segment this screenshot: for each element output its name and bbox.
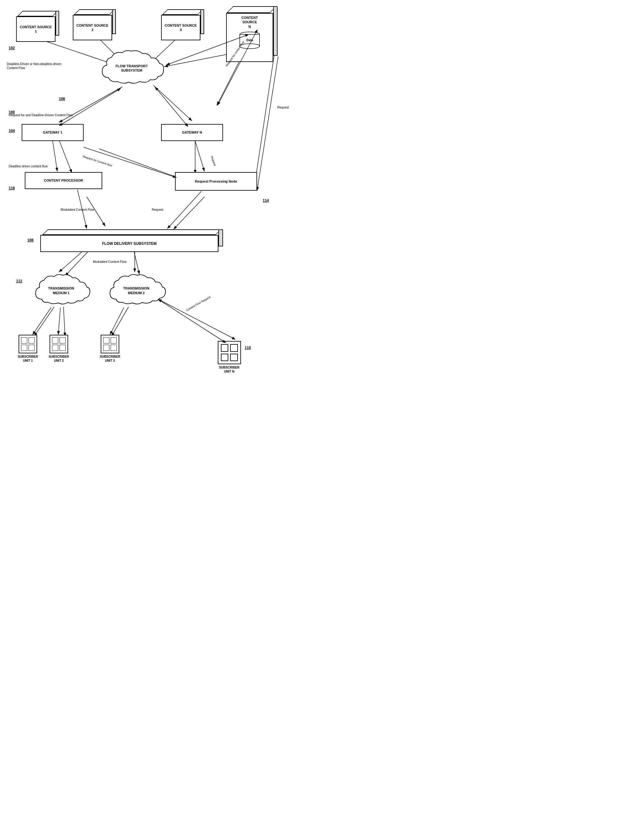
svg-line-39 [195,141,204,171]
request-label-right: Request [277,105,289,109]
request2-label: Request [152,208,163,212]
svg-line-17 [34,307,54,336]
svg-line-7 [153,85,192,121]
svg-line-34 [158,299,223,341]
suN-icon [218,341,241,364]
content-flow-request-label: Content Flow Request [173,288,224,319]
request-content-flow2-label: Request for Content flow [73,152,121,171]
transmission-medium-1: TRANSMISSIONMEDIUM 1 [31,273,91,308]
modulated1-label: Modulated Content Flow [43,208,112,212]
deadline-driven-label: Deadline driven content flow [9,164,71,168]
svg-line-19 [112,307,129,336]
diagram: 100 102 CONTENT SOURCE1 CONTENT SOURCE2 … [0,0,322,409]
su1-label: SUBSCRIBERUNIT 1 [17,355,39,363]
fts-label: FLOW TRANSPORTSUBSYSTEM [115,64,148,73]
svg-line-15 [65,248,91,276]
rpn-box: Request Processing Node [175,172,257,191]
svg-line-36 [62,88,121,124]
cs1-label: CONTENT SOURCE1 [20,25,52,34]
svg-line-18 [63,307,65,336]
svg-line-32 [58,308,60,335]
gateway-1-box: GATEWAY 1 [22,124,84,141]
tm1-label: TRANSMISSIONMEDIUM 1 [48,286,74,295]
svg-line-37 [155,87,186,124]
svg-line-9 [254,45,276,189]
gw1-label: GATEWAY 1 [43,130,63,135]
svg-line-33 [110,308,124,335]
csn-label: CONTENTSOURCEN [241,15,258,29]
cs2-label: CONTENT SOURCE2 [77,23,109,32]
cp-label: CONTENT PROCESSOR [44,178,83,183]
transmission-medium-2: TRANSMISSIONMEDIUM 2 [105,273,167,308]
rpn-label: Request Processing Node [195,179,237,183]
modulated2-label: Modulated Content Flow [93,260,126,264]
svg-line-40 [257,57,278,191]
su3-label: SUBSCRIBERUNIT 3 [99,355,121,363]
ref-102: 102 [9,46,15,50]
cs3-label: CONTENT SOURCE3 [165,23,197,32]
ref-116: 116 [9,186,15,190]
svg-line-31 [32,308,51,335]
ref-114: 114 [263,198,269,203]
suN-label: SUBSCRIBERUNIT N [217,366,242,374]
tm2-label: TRANSMISSIONMEDIUM 2 [123,286,149,295]
ref-112: 112 [16,279,22,283]
su1-icon [18,335,37,354]
request-label-diag: Request [207,149,219,173]
su2-label: SUBSCRIBERUNIT 2 [48,355,70,363]
flow-transport-subsystem: FLOW TRANSPORTSUBSYSTEM [96,48,167,88]
content-processor-box: CONTENT PROCESSOR [25,172,102,189]
su2-icon [49,335,68,354]
svg-line-14 [173,197,204,229]
subscriber-unit-3: SUBSCRIBERUNIT 3 [99,335,121,363]
gwN-label: GATEWAY N [182,130,202,135]
fds-label: FLOW DELIVERY SUBSYSTEM [102,241,156,246]
svg-line-5 [164,53,235,67]
subscriber-unit-2: SUBSCRIBERUNIT 2 [48,335,70,363]
svg-line-28 [167,191,201,229]
su3-icon [101,335,119,354]
gateway-n-box: GATEWAY N [161,124,223,141]
subscriber-unit-n: SUBSCRIBERUNIT N [217,341,242,374]
ref-108: 108 [27,238,34,242]
subscriber-unit-1: SUBSCRIBERUNIT 1 [17,335,39,363]
ref-106: 106 [59,97,65,101]
ref-110: 110 [245,346,251,350]
svg-line-29 [59,252,82,272]
request-deadline-label: Request for and Deadline-Driven Content … [9,113,89,117]
ref-104: 104 [9,129,15,133]
deadline-flow-label: Deadline-Driven or Non-deadline-drivenCo… [7,62,63,70]
